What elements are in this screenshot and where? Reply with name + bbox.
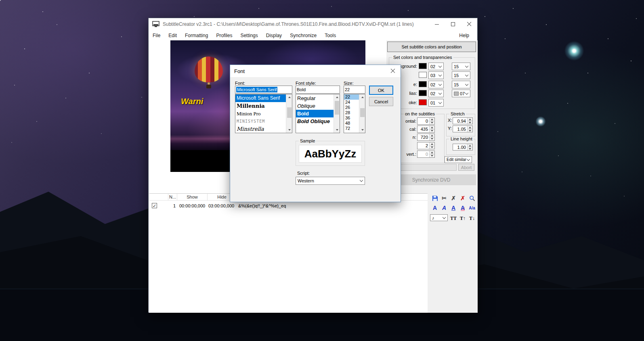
font-size-list[interactable]: 22 24 26 28 36 48 72 (344, 94, 365, 133)
menu-file[interactable]: File (149, 31, 164, 40)
scroll-up-icon[interactable] (359, 94, 365, 100)
scrollbar-thumb[interactable] (335, 101, 339, 115)
line-height-spinner[interactable]: 1.00 (453, 144, 473, 151)
dialog-title-bar[interactable]: Font (230, 65, 401, 77)
font-list-item[interactable]: Millennia (235, 102, 292, 110)
row2-color-swatch[interactable] (419, 72, 427, 78)
ok-button[interactable]: OK (369, 86, 393, 95)
font-list[interactable]: Microsoft Sans Serif Millennia Minion Pr… (235, 94, 292, 133)
background-alpha-combo[interactable]: 02 (428, 63, 444, 70)
menu-synchronize[interactable]: Synchronize (286, 31, 321, 40)
menu-profiles[interactable]: Profiles (212, 31, 236, 40)
move-line-down-button[interactable]: T↓ (468, 214, 476, 222)
spin-down-icon[interactable] (430, 129, 434, 133)
menu-formatting[interactable]: Formatting (181, 31, 212, 40)
menu-help[interactable]: Help (455, 31, 473, 40)
row2-level-combo[interactable]: 15 (452, 71, 470, 79)
spin-up-icon[interactable] (430, 151, 434, 154)
dialog-close-button[interactable] (385, 65, 401, 77)
scroll-down-icon[interactable] (334, 127, 340, 133)
background-color-swatch[interactable] (419, 63, 427, 69)
abort-button[interactable]: Abort (458, 164, 474, 171)
text-size-button[interactable]: TT (449, 214, 457, 222)
row2-alpha-combo[interactable]: 03 (428, 71, 444, 79)
font-list-item[interactable]: Minstrella (235, 125, 292, 133)
spin-up-icon[interactable] (468, 118, 472, 121)
font-bold-button[interactable]: A (431, 204, 439, 212)
spin-down-icon[interactable] (430, 154, 434, 158)
row3-color-swatch[interactable] (419, 81, 427, 87)
find-button[interactable] (468, 194, 476, 202)
stretch-y-spinner[interactable]: 1.05 (453, 126, 473, 132)
font-list-scrollbar[interactable] (286, 94, 292, 133)
spin-down-icon[interactable] (468, 147, 472, 150)
font-list-item[interactable]: Microsoft Sans Serif (235, 94, 292, 102)
menu-settings[interactable]: Settings (236, 31, 262, 40)
spin-down-icon[interactable] (430, 146, 434, 149)
scrollbar-thumb[interactable] (287, 107, 292, 118)
font-size-input[interactable]: 22 (344, 86, 365, 94)
minimize-button[interactable] (429, 18, 445, 30)
font-name-input[interactable]: Microsoft Sans Serif (235, 86, 292, 94)
row4-level-combo[interactable]: 07 (452, 90, 470, 97)
style-list-item[interactable]: Regular (296, 94, 340, 102)
title-bar[interactable]: SubtitleCreator v2.3rc1 - C:\Users\M\Des… (149, 18, 477, 30)
width-spinner[interactable]: 720 (417, 134, 435, 141)
vertical-spinner[interactable]: 435 (417, 126, 435, 133)
clear-format-button[interactable]: A (459, 204, 467, 212)
scroll-down-icon[interactable] (359, 127, 365, 133)
scroll-up-icon[interactable] (334, 94, 340, 100)
spin-up-icon[interactable] (430, 126, 434, 129)
header-num[interactable]: N... (168, 194, 177, 201)
style-list-item[interactable]: Oblique (296, 102, 340, 110)
row5-alpha-combo[interactable]: 01 (428, 99, 444, 107)
scroll-down-icon[interactable] (286, 127, 292, 133)
row4-alpha-combo[interactable]: 02 (428, 90, 444, 97)
spin-down-icon[interactable] (430, 121, 434, 125)
row3-level-combo[interactable]: 15 (452, 81, 470, 88)
style-list-item[interactable]: Bold Oblique (296, 117, 340, 125)
row5-color-swatch[interactable] (419, 99, 427, 105)
char-case-button[interactable]: A/a (468, 204, 476, 212)
script-combo[interactable]: Western (296, 177, 365, 185)
save-button[interactable] (431, 194, 439, 202)
spin-down-icon[interactable] (430, 137, 434, 141)
move-line-up-button[interactable]: T↑ (459, 214, 467, 222)
spin-up-icon[interactable] (468, 144, 472, 147)
row-checkbox[interactable]: ✓ (152, 203, 157, 208)
row4-color-swatch[interactable] (419, 90, 427, 96)
spin-up-icon[interactable] (430, 142, 434, 146)
style-list-item[interactable]: Bold (296, 110, 340, 117)
spin-up-icon[interactable] (430, 134, 434, 137)
music-note-combo[interactable]: ♪ (430, 214, 448, 221)
vert-spinner[interactable]: 0 (417, 151, 435, 158)
font-list-item[interactable]: MINISYSTEM (235, 117, 292, 125)
menu-display[interactable]: Display (262, 31, 286, 40)
cut-button[interactable]: ✂ (440, 194, 448, 202)
spin-up-icon[interactable] (430, 118, 434, 121)
font-list-item[interactable]: Minion Pro (235, 110, 292, 117)
stretch-x-spinner[interactable]: 0.94 (453, 117, 473, 124)
table-row[interactable]: ✓ 1 00:00:00,000 03:00:00,000 &%(&e()q!!… (149, 203, 428, 209)
scroll-up-icon[interactable] (286, 94, 292, 100)
remove-button[interactable]: ✗ (459, 194, 467, 202)
cancel-button[interactable]: Cancel (369, 97, 393, 106)
style-list-scrollbar[interactable] (334, 94, 340, 133)
font-underline-button[interactable]: A (449, 204, 457, 212)
font-italic-button[interactable]: A (440, 204, 448, 212)
row3-alpha-combo[interactable]: 02 (428, 81, 444, 88)
spin-down-icon[interactable] (468, 129, 472, 132)
size-list-scrollbar[interactable] (359, 94, 365, 133)
scrollbar-thumb[interactable] (360, 108, 365, 117)
close-button[interactable] (461, 18, 477, 30)
maximize-button[interactable] (445, 18, 461, 30)
header-show[interactable]: Show (177, 194, 208, 201)
font-style-list[interactable]: Regular Oblique Bold Bold Oblique (296, 94, 340, 133)
background-level-combo[interactable]: 15 (452, 63, 470, 70)
menu-edit[interactable]: Edit (164, 31, 181, 40)
horizontal-spinner[interactable]: 0 (417, 117, 435, 125)
spin-down-icon[interactable] (468, 121, 472, 124)
edit-similar-combo[interactable]: Edit similar (445, 156, 472, 163)
field4-spinner[interactable]: 2 (417, 142, 435, 149)
menu-tools[interactable]: Tools (321, 31, 340, 40)
